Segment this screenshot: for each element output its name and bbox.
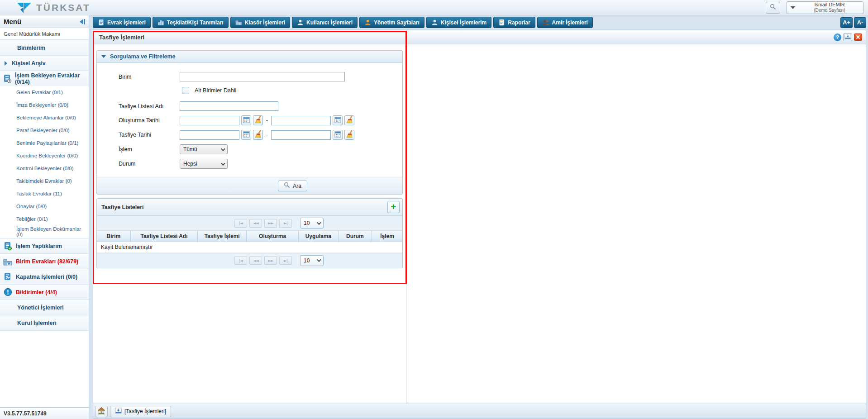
sidebar-item[interactable]: Tebliğler (0/1) [0, 213, 89, 225]
sidebar-item-icon [3, 272, 13, 281]
sidebar-item[interactable]: Kapatma İşlemleri (0/0) [0, 269, 89, 284]
birim-input[interactable] [180, 72, 345, 81]
pager-button[interactable]: |◄ [234, 256, 247, 265]
sidebar-item[interactable]: Birimlerim [0, 40, 89, 55]
user-note: (Demo Sayfası) [800, 8, 859, 13]
pager-button[interactable]: ►► [264, 256, 277, 265]
logo-text: TÜRKSAT [36, 2, 91, 13]
calendar-button[interactable] [241, 115, 251, 125]
nav-tab[interactable]: Teşkilat/Kişi Tanımları [153, 17, 229, 28]
table-header-cell[interactable]: İşlem [372, 231, 403, 242]
chevron-down-icon [791, 6, 795, 9]
calendar-icon [243, 116, 250, 124]
sidebar-item[interactable]: İşlem Yaptıklarım [0, 238, 89, 253]
sidebar-item[interactable]: İşlem Bekleyen Evraklar (0/14) [0, 71, 89, 86]
tasfiye-module: Sorgulama ve Filtreleme Birim Alt Biriml… [93, 44, 406, 404]
sidebar-item[interactable]: Takibimdeki Evraklar (0) [0, 175, 89, 187]
islem-select-value: Tümü [183, 146, 197, 152]
sidebar-item[interactable]: Kişisel Arşiv [0, 55, 89, 71]
sidebar-item[interactable]: Benimle Paylaşılanlar (0/1) [0, 137, 89, 149]
pager-button[interactable]: ►► [264, 219, 277, 228]
table-header-cell[interactable]: Oluşturma [247, 231, 299, 242]
search-button[interactable]: Ara [278, 181, 307, 191]
clear-date-button[interactable] [253, 115, 263, 125]
sidebar-item[interactable]: Koordine Bekleyenler (0/0) [0, 149, 89, 162]
table-empty-row: Kayıt Bulunamamıştır [97, 242, 402, 253]
sidebar-item-label: Kurul İşlemleri [17, 320, 57, 326]
empty-workspace [406, 44, 866, 404]
sidebar-item[interactable]: Kontrol Bekleyenler (0/0) [0, 162, 89, 175]
pager-button[interactable]: ►| [279, 219, 292, 228]
nav-tab[interactable]: Yönetim Sayfaları [359, 17, 424, 28]
nav-tab[interactable]: Evrak İşlemleri [93, 17, 151, 28]
sidebar-item[interactable]: Beklemeye Alınanlar (0/0) [0, 111, 89, 124]
sidebar-item[interactable]: Taslak Evraklar (11) [0, 187, 89, 200]
olusturma-tarihi-from-input[interactable] [180, 116, 239, 125]
results-panel: Tasfiye Listeleri + |◄ ◄◄ [96, 198, 403, 268]
sidebar-item[interactable]: Birim Evrakları (82/679) [0, 253, 89, 269]
sidebar-item-label: Benimle Paylaşılanlar (0/1) [16, 140, 78, 146]
sidebar-item[interactable]: Gelen Evraklar (0/1) [0, 86, 89, 99]
sidebar: Menü Genel Müdürlük Makamı Birimlerim [0, 15, 89, 419]
home-button[interactable] [95, 406, 108, 417]
calendar-button[interactable] [333, 130, 343, 140]
tasfiye-tarihi-to-input[interactable] [271, 130, 331, 140]
nav-tab[interactable]: Klasör İşlemleri [230, 17, 290, 28]
global-search-button[interactable] [766, 2, 780, 14]
close-icon[interactable] [854, 33, 862, 41]
table-header-cell[interactable]: Durum [338, 231, 372, 242]
dock-window-icon[interactable] [843, 33, 852, 41]
filter-section-header[interactable]: Sorgulama ve Filtreleme [97, 51, 402, 63]
olusturma-tarihi-to-input[interactable] [271, 116, 331, 125]
results-header: Tasfiye Listeleri + [97, 199, 402, 216]
sidebar-item-label: Paraf Bekleyenler (0/0) [16, 128, 70, 133]
calendar-button[interactable] [333, 115, 343, 125]
turksat-logo: TÜRKSAT [16, 2, 91, 14]
font-decrease-button[interactable]: A- [854, 17, 866, 28]
pager-button[interactable]: ◄◄ [249, 256, 262, 265]
sidebar-collapse-button[interactable] [80, 19, 85, 24]
nav-tab-label: Teşkilat/Kişi Tanımları [167, 19, 224, 26]
tasfiye-listesi-adi-input[interactable] [180, 101, 278, 111]
table-header-cell[interactable]: Tasfiye Listesi Adı [130, 231, 198, 242]
nav-tab[interactable]: Kullanıcı İşlemleri [292, 17, 358, 28]
clear-date-button[interactable] [344, 130, 354, 140]
app-root: TÜRKSAT İsmail DEMİR (Demo Sayfası) Menü… [0, 0, 868, 419]
sidebar-item[interactable]: Paraf Bekleyenler (0/0) [0, 124, 89, 137]
nav-tab[interactable]: Raporlar [493, 17, 535, 28]
chevron-down-icon [317, 257, 321, 262]
alt-birimler-checkbox[interactable] [182, 87, 189, 94]
sidebar-item[interactable]: İşlem Bekleyen Dokümanlar (0) [0, 225, 89, 238]
table-header-cell[interactable]: Uygulama [299, 231, 339, 242]
pager-button[interactable]: |◄ [234, 219, 247, 228]
nav-tab[interactable]: Amir İşlemleri [537, 17, 593, 28]
calendar-button[interactable] [241, 130, 251, 140]
sidebar-item[interactable]: Bildirimler (4/4) [0, 284, 89, 300]
font-increase-button[interactable]: A+ [840, 17, 853, 28]
add-list-button[interactable]: + [387, 201, 400, 213]
sidebar-item-label: Kişisel Arşiv [12, 60, 46, 67]
page-size-select[interactable]: 10 [300, 255, 324, 266]
clear-date-button[interactable] [253, 130, 263, 140]
module-title-bar: Tasfiye İşlemleri ? [93, 30, 866, 44]
pager-button[interactable]: ◄◄ [249, 219, 262, 228]
results-table: BirimTasfiye Listesi AdıTasfiye İşlemiOl… [97, 231, 402, 242]
calendar-icon [334, 131, 341, 139]
sidebar-item[interactable]: Yönetici İşlemleri [0, 300, 89, 315]
table-header-cell[interactable]: Birim [97, 231, 130, 242]
open-module-tab[interactable]: [Tasfiye İşlemleri] [110, 406, 171, 417]
sidebar-item[interactable]: Kurul İşlemleri [0, 315, 89, 330]
user-menu[interactable]: İsmail DEMİR (Demo Sayfası) [787, 1, 863, 14]
sidebar-item[interactable]: Onaylar (0/0) [0, 200, 89, 213]
islem-select[interactable]: Tümü [180, 144, 228, 154]
birim-label: Birim [119, 74, 180, 80]
nav-tab[interactable]: Kişisel İşlemlerim [426, 17, 491, 28]
durum-select[interactable]: Hepsi [180, 159, 228, 169]
clear-date-button[interactable] [344, 115, 354, 125]
pager-button[interactable]: ►| [279, 256, 292, 265]
table-header-cell[interactable]: Tasfiye İşlemi [198, 231, 247, 242]
help-icon[interactable]: ? [834, 33, 841, 41]
tasfiye-tarihi-from-input[interactable] [180, 130, 239, 140]
page-size-select[interactable]: 10 [300, 218, 324, 229]
sidebar-item[interactable]: İmza Bekleyenler (0/0) [0, 99, 89, 111]
